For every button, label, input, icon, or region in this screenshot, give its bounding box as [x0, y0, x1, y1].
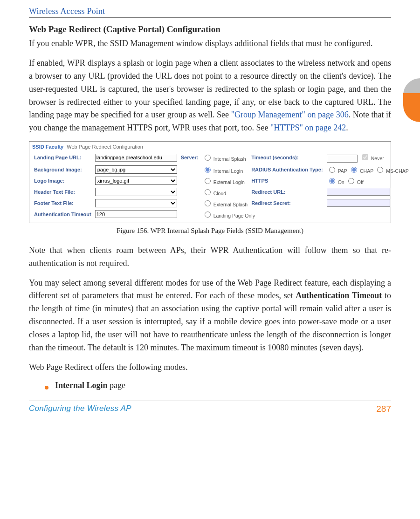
opt-cloud: Cloud [213, 191, 226, 196]
opt-off: Off [357, 179, 364, 185]
section-heading: Web Page Redirect (Captive Portal) Confi… [29, 24, 391, 34]
radio-chap[interactable] [351, 167, 357, 173]
figure-wpr-config: SSID Faculty Web Page Redirect Configura… [29, 141, 391, 223]
select-footer[interactable] [95, 199, 177, 207]
paragraph-text: . [346, 123, 348, 132]
opt-external-login: External Login [213, 179, 245, 185]
radio-pap[interactable] [329, 167, 335, 173]
bullet-text: Internal Login page [55, 381, 125, 390]
label-server: Server: [179, 151, 200, 164]
label-auth-timeout: Authentication Timeout [32, 209, 93, 220]
bullet-strong: Internal Login [55, 381, 108, 390]
paragraph-modes: You may select among several different m… [29, 277, 391, 355]
label-landing-url: Landing Page URL: [32, 151, 93, 164]
label-rauth: RADIUS Authentication Type: [249, 164, 324, 175]
radio-external-login[interactable] [205, 178, 211, 184]
label-background: Background Image: [32, 164, 93, 175]
xref-group-management[interactable]: "Group Management" on page 306 [231, 110, 349, 119]
breadcrumb-section: Web Page Redirect Configuration [67, 144, 143, 150]
paragraph-description: If enabled, WPR displays a splash or log… [29, 57, 391, 135]
footer-page-number: 287 [376, 404, 391, 414]
opt-internal-splash: Internal Splash [213, 156, 246, 162]
opt-mschap: MS-CHAP [386, 168, 408, 174]
radio-landing-only[interactable] [205, 212, 211, 218]
top-rule [29, 17, 391, 18]
figure-breadcrumb: SSID Faculty Web Page Redirect Configura… [32, 143, 388, 151]
label-https: HTTPS [249, 175, 324, 186]
opt-chap: CHAP [360, 168, 373, 174]
running-head: Wireless Access Point [29, 7, 391, 16]
opt-internal-login: Internal Login [213, 168, 243, 174]
bullet-icon [45, 386, 48, 389]
label-redirect-url: Redirect URL: [249, 186, 324, 198]
opt-pap: PAP [338, 168, 347, 174]
label-logo: Logo Image: [32, 175, 93, 186]
paragraph-modes-lead: Web Page Redirect offers the following m… [29, 361, 391, 374]
page-footer: Configuring the Wireless AP 287 [29, 401, 391, 414]
input-timeout[interactable] [327, 155, 358, 163]
radio-internal-splash[interactable] [205, 155, 211, 161]
radio-https-on[interactable] [329, 178, 335, 184]
input-landing-url[interactable] [95, 154, 177, 162]
label-never: Never [371, 156, 384, 161]
term-auth-timeout: Authentication Timeout [296, 291, 382, 300]
figure-caption: Figure 156. WPR Internal Splash Page Fie… [29, 227, 391, 235]
select-background[interactable]: page_bg.jpg [95, 165, 177, 174]
label-timeout: Timeout (seconds): [249, 151, 324, 164]
opt-on: On [338, 179, 344, 185]
radio-internal-login[interactable] [205, 167, 211, 173]
label-footer: Footer Text File: [32, 198, 93, 209]
checkbox-never [362, 154, 368, 160]
select-header[interactable] [95, 188, 177, 196]
side-tab-indicator [403, 78, 420, 123]
input-redirect-secret[interactable] [327, 199, 390, 207]
input-auth-timeout[interactable] [95, 210, 177, 218]
radio-external-splash[interactable] [205, 200, 211, 206]
breadcrumb-ssid: SSID Faculty [32, 144, 63, 150]
figure-grid: Landing Page URL: Server: Internal Splas… [32, 151, 411, 220]
input-redirect-url[interactable] [327, 188, 390, 196]
radio-mschap[interactable] [377, 167, 383, 173]
radio-cloud[interactable] [205, 189, 211, 195]
select-logo[interactable]: xirrus_logo.gif [95, 177, 177, 185]
paragraph-intro: If you enable WPR, the SSID Management w… [29, 37, 391, 50]
opt-external-splash: External Splash [213, 202, 248, 207]
label-redirect-secret: Redirect Secret: [249, 198, 324, 209]
opt-landing-only: Landing Page Only [213, 213, 255, 219]
bullet-rest: page [108, 381, 125, 390]
footer-section: Configuring the Wireless AP [29, 404, 131, 414]
label-header: Header Text File: [32, 186, 93, 198]
paragraph-roam: Note that when clients roam between APs,… [29, 244, 391, 270]
xref-https[interactable]: "HTTPS" on page 242 [270, 123, 346, 132]
bullet-internal-login: Internal Login page [45, 381, 391, 390]
radio-https-off[interactable] [348, 178, 354, 184]
